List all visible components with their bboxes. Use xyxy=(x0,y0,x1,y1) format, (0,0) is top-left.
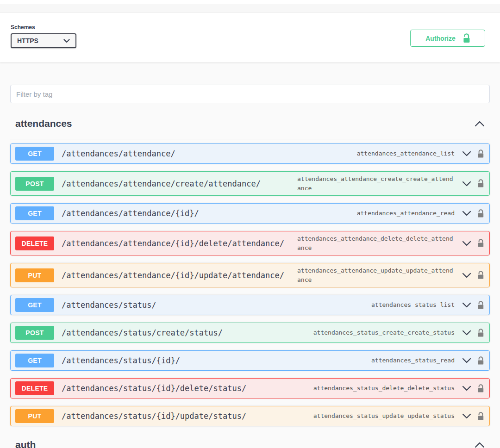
unlocked-padlock-icon[interactable] xyxy=(477,271,484,280)
operation-path: /attendances/status/ xyxy=(62,300,156,310)
operation-row[interactable]: PUT /attendances/attendance/{id}/update/… xyxy=(10,263,490,287)
operation-row[interactable]: POST /attendances/attendance/create/atte… xyxy=(10,171,490,196)
operation-path: /attendances/status/{id}/ xyxy=(62,356,180,365)
unlocked-padlock-icon[interactable] xyxy=(477,239,484,248)
chevron-down-icon[interactable] xyxy=(462,241,471,246)
method-badge: DELETE xyxy=(15,236,54,250)
operation-id: attendances_status_create_create_status xyxy=(313,328,455,337)
operation-row[interactable]: GET /attendances/status/ attendances_sta… xyxy=(10,295,490,315)
chevron-down-icon[interactable] xyxy=(462,358,471,363)
operation-row[interactable]: POST /attendances/status/create/status/ … xyxy=(10,323,490,343)
chevron-down-icon[interactable] xyxy=(462,211,471,216)
operation-path: /attendances/attendance/{id}/update/atte… xyxy=(62,271,284,280)
unlocked-padlock-icon[interactable] xyxy=(477,179,484,188)
operations-panel: attendances GET /attendances/attendance/… xyxy=(0,62,500,448)
operation-row[interactable]: PUT /attendances/status/{id}/update/stat… xyxy=(10,406,490,426)
chevron-down-icon[interactable] xyxy=(462,413,471,419)
method-badge: POST xyxy=(15,177,54,191)
chevron-down-icon[interactable] xyxy=(462,151,471,156)
unlocked-padlock-icon xyxy=(462,33,470,43)
operation-id: attendances_status_read xyxy=(371,356,455,365)
unlocked-padlock-icon[interactable] xyxy=(477,301,484,310)
operation-path: /attendances/status/create/status/ xyxy=(62,328,223,337)
operation-path: /attendances/attendance/ xyxy=(62,149,175,158)
unlocked-padlock-icon[interactable] xyxy=(477,356,484,365)
unlocked-padlock-icon[interactable] xyxy=(477,209,484,218)
top-strip xyxy=(0,0,500,4)
method-badge: GET xyxy=(15,206,54,220)
sections: attendances GET /attendances/attendance/… xyxy=(0,112,500,448)
operation-id: attendances_attendance_delete_delete_att… xyxy=(297,234,455,252)
chevron-down-icon[interactable] xyxy=(462,330,471,336)
tag-section-header[interactable]: auth xyxy=(10,434,490,448)
operation-id: attendances_status_list xyxy=(371,300,455,310)
tag-section: auth xyxy=(0,434,500,448)
unlocked-padlock-icon[interactable] xyxy=(477,412,484,421)
operation-id: attendances_status_delete_delete_status xyxy=(313,384,455,393)
scheme-container: Schemes HTTPS Authorize xyxy=(0,13,500,62)
chevron-down-icon[interactable] xyxy=(462,302,471,308)
scheme-select[interactable]: HTTPS xyxy=(11,33,76,48)
operation-path: /attendances/status/{id}/update/status/ xyxy=(62,411,246,421)
operation-path: /attendances/status/{id}/delete/status/ xyxy=(62,384,246,393)
operation-path: /attendances/attendance/{id}/ xyxy=(62,209,199,218)
unlocked-padlock-icon[interactable] xyxy=(477,384,484,393)
method-badge: GET xyxy=(15,147,54,161)
operation-id: attendances_attendance_read xyxy=(357,209,455,218)
operation-row[interactable]: GET /attendances/status/{id}/ attendance… xyxy=(10,350,490,371)
tag-section-title: attendances xyxy=(15,118,72,129)
tag-section: attendances GET /attendances/attendance/… xyxy=(0,112,500,426)
chevron-up-icon[interactable] xyxy=(475,442,485,448)
chevron-down-icon[interactable] xyxy=(462,386,471,391)
operation-id: attendances_attendance_list xyxy=(357,149,455,158)
method-badge: PUT xyxy=(15,268,54,282)
operation-id: attendances_status_update_update_status xyxy=(313,411,455,421)
operation-path: /attendances/attendance/{id}/delete/atte… xyxy=(62,239,284,248)
chevron-down-icon xyxy=(63,39,70,43)
operation-path: /attendances/attendance/create/attendanc… xyxy=(62,179,261,188)
authorize-button[interactable]: Authorize xyxy=(410,30,485,47)
operation-row[interactable]: DELETE /attendances/attendance/{id}/dele… xyxy=(10,231,490,255)
method-badge: GET xyxy=(15,354,54,367)
operation-row[interactable]: DELETE /attendances/status/{id}/delete/s… xyxy=(10,378,490,398)
operations-list: GET /attendances/attendance/ attendances… xyxy=(0,139,500,426)
method-badge: PUT xyxy=(15,409,54,423)
unlocked-padlock-icon[interactable] xyxy=(477,149,484,158)
filter-by-tag-input[interactable] xyxy=(10,85,490,103)
authorize-label: Authorize xyxy=(425,35,456,42)
tag-section-header[interactable]: attendances xyxy=(10,112,490,139)
method-badge: DELETE xyxy=(15,381,54,395)
chevron-up-icon[interactable] xyxy=(475,121,485,127)
method-badge: POST xyxy=(15,326,54,340)
chevron-down-icon[interactable] xyxy=(462,273,471,278)
operation-row[interactable]: GET /attendances/attendance/{id}/ attend… xyxy=(10,203,490,224)
scheme-selected-value: HTTPS xyxy=(17,37,38,44)
chevron-down-icon[interactable] xyxy=(462,181,471,187)
method-badge: GET xyxy=(15,298,54,312)
tag-section-title: auth xyxy=(15,439,36,448)
unlocked-padlock-icon[interactable] xyxy=(477,329,484,337)
operation-id: attendances_attendance_create_create_att… xyxy=(297,174,455,193)
operation-row[interactable]: GET /attendances/attendance/ attendances… xyxy=(10,143,490,164)
page-background-band xyxy=(0,4,500,13)
operation-id: attendances_attendance_update_update_att… xyxy=(297,266,455,284)
